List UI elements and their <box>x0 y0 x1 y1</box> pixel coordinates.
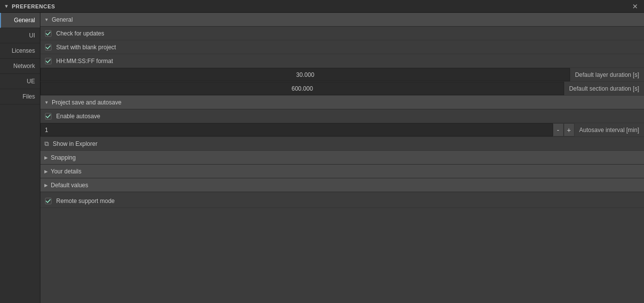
sidebar-item-files[interactable]: Files <box>0 89 40 104</box>
sidebar-item-ue[interactable]: UE <box>0 74 40 89</box>
main-layout: General UI Licenses Network UE Files ▼ G… <box>0 13 644 303</box>
title-triangle: ▼ <box>4 3 9 9</box>
remote-support-label: Remote support mode <box>56 198 115 204</box>
autosave-icon[interactable] <box>44 112 52 120</box>
snapping-triangle: ▶ <box>44 155 48 160</box>
title-bar: ▼ PREFERENCES ✕ <box>0 0 644 13</box>
sidebar-item-ui[interactable]: UI <box>0 28 40 43</box>
layer-duration-row: Default layer duration [s] <box>40 68 644 82</box>
check-updates-row: Check for updates <box>40 27 644 40</box>
your-details-title: Your details <box>51 168 81 175</box>
sidebar-item-licenses[interactable]: Licenses <box>0 43 40 59</box>
hhmm-label: HH:MM:SS:FF format <box>56 58 113 65</box>
general-section-header[interactable]: ▼ General <box>40 13 644 27</box>
explorer-label: Show in Explorer <box>53 140 98 147</box>
autosave-row: Enable autosave <box>40 109 644 123</box>
explorer-row[interactable]: ⧉ Show in Explorer <box>40 137 644 151</box>
check-updates-icon[interactable] <box>44 30 52 37</box>
default-values-section-header[interactable]: ▶ Default values <box>40 178 644 192</box>
autosave-minus-button[interactable]: - <box>553 123 564 136</box>
explorer-icon: ⧉ <box>44 140 49 148</box>
default-values-triangle: ▶ <box>44 183 48 188</box>
title-text: PREFERENCES <box>12 3 55 9</box>
general-triangle: ▼ <box>44 17 49 22</box>
content-area: ▼ General Check for updates Start with b… <box>40 13 644 303</box>
layer-duration-input[interactable] <box>40 68 570 81</box>
default-values-title: Default values <box>51 182 88 189</box>
autosave-plus-button[interactable]: + <box>564 123 575 136</box>
layer-duration-label: Default layer duration [s] <box>570 71 644 78</box>
blank-project-row: Start with blank project <box>40 40 644 54</box>
section-duration-row: Default section duration [s] <box>40 82 644 96</box>
autosave-interval-input[interactable] <box>40 123 553 136</box>
snapping-title: Snapping <box>51 154 76 161</box>
section-duration-label: Default section duration [s] <box>564 85 644 92</box>
remote-support-row: Remote support mode <box>40 194 644 208</box>
blank-project-icon[interactable] <box>44 43 52 51</box>
remote-support-icon[interactable] <box>44 197 52 205</box>
general-section-title: General <box>52 16 73 23</box>
hhmm-icon[interactable] <box>44 57 52 65</box>
autosave-interval-label: Autosave interval [min] <box>575 127 644 134</box>
your-details-section-header[interactable]: ▶ Your details <box>40 165 644 178</box>
hhmm-row: HH:MM:SS:FF format <box>40 54 644 68</box>
autosave-interval-row: - + Autosave interval [min] <box>40 123 644 137</box>
autosave-label: Enable autosave <box>56 113 100 120</box>
blank-project-label: Start with blank project <box>56 44 116 51</box>
sidebar-item-general[interactable]: General <box>0 13 40 28</box>
check-updates-label: Check for updates <box>56 30 104 37</box>
sidebar: General UI Licenses Network UE Files <box>0 13 40 303</box>
section-duration-input[interactable] <box>40 82 564 95</box>
close-button[interactable]: ✕ <box>630 2 640 11</box>
snapping-section-header[interactable]: ▶ Snapping <box>40 151 644 165</box>
project-save-triangle: ▼ <box>44 100 49 105</box>
project-save-section-header[interactable]: ▼ Project save and autosave <box>40 96 644 109</box>
your-details-triangle: ▶ <box>44 169 48 174</box>
project-save-title: Project save and autosave <box>52 99 121 106</box>
sidebar-item-network[interactable]: Network <box>0 59 40 74</box>
